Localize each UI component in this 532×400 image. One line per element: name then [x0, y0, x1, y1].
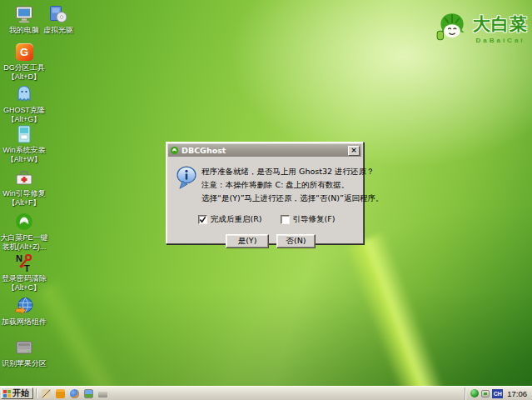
- dabaicai-logo: 大白菜 DaBaiCai: [435, 7, 528, 50]
- network-browser-icon[interactable]: [69, 388, 80, 399]
- cabbage-mascot-icon: [435, 11, 470, 46]
- dialog-titlebar[interactable]: DBCGhost ×: [168, 144, 361, 157]
- wallpaper-grass-streak: [343, 232, 460, 400]
- bootfix-checkbox-label: 引导修复(F): [293, 214, 336, 225]
- dabaicai-pe-icon: [14, 212, 34, 232]
- icon-label: 大白菜PE一键: [0, 233, 47, 242]
- dialog-app-icon: [170, 146, 179, 155]
- desktop: 大白菜 DaBaiCai 我的电脑 虚拟光驱 G DG分区工具 【Alt+D】 …: [0, 0, 532, 400]
- desktop-icon-ghost-clone[interactable]: GHOST克隆 【Alt+G】: [0, 84, 48, 124]
- yes-button[interactable]: 是(Y): [226, 234, 269, 248]
- icon-label: 识别苹果分区: [2, 359, 47, 368]
- desktop-icon-network-components[interactable]: 加载网络组件: [0, 296, 48, 327]
- check-icon: [199, 216, 206, 223]
- desktop-icon-virtual-cd[interactable]: 虚拟光驱: [37, 4, 80, 35]
- drive-tool-icon[interactable]: [97, 388, 108, 399]
- logo-subtitle: DaBaiCai: [473, 37, 528, 44]
- tray-status-icon[interactable]: [470, 389, 479, 398]
- icon-label: 我的电脑: [9, 26, 39, 34]
- icon-label: 虚拟光驱: [43, 26, 73, 34]
- icon-hotkey: 装机(Alt+Z)...: [2, 242, 47, 251]
- close-icon[interactable]: ×: [348, 146, 360, 156]
- quicklaunch-separator: [36, 388, 37, 398]
- network-globe-icon: [14, 296, 34, 316]
- ghost-clone-icon: [14, 84, 34, 104]
- icon-hotkey: 【Alt+F】: [7, 198, 40, 207]
- desktop-icon-apple-partition[interactable]: 识别苹果分区: [0, 338, 48, 368]
- virtual-cd-icon: [48, 4, 68, 24]
- svg-text:T: T: [24, 263, 30, 272]
- dialog-message-line: 程序准备就绪，是否马上用 Ghost32 进行还原？: [201, 165, 355, 178]
- icon-hotkey: 【Alt+G】: [7, 115, 42, 123]
- icon-label: 登录密码清除: [2, 274, 47, 282]
- icon-label: Win系统安装: [2, 146, 46, 154]
- my-computer-icon: [14, 4, 34, 24]
- start-button[interactable]: 开始: [1, 388, 33, 399]
- restart-checkbox-label: 完成后重启(R): [211, 214, 262, 225]
- dialog-title: DBCGhost: [181, 146, 348, 155]
- tray-clock: 17:06: [505, 389, 529, 398]
- info-icon: [176, 166, 197, 191]
- dbcghost-dialog: DBCGhost × 程序准备就绪，是否马上用 Ghost32 进行还原？ 注意…: [166, 142, 364, 244]
- desktop-icon-win-install[interactable]: Win系统安装 【Alt+W】: [0, 124, 48, 164]
- dg-partition-icon: G: [14, 42, 34, 62]
- icon-hotkey: 【Alt+C】: [7, 283, 41, 292]
- win-install-icon: [14, 124, 34, 144]
- desktop-icon-dg-partition[interactable]: G DG分区工具 【Alt+D】: [0, 42, 48, 82]
- system-tray: CH 17:06: [465, 388, 532, 400]
- start-logo-icon: [3, 390, 11, 398]
- desktop-icon-boot-repair[interactable]: Win引导修复 【Alt+F】: [0, 168, 48, 208]
- desktop-icon-password-clear[interactable]: NT 登录密码清除 【Alt+C】: [0, 252, 48, 292]
- image-viewer-icon[interactable]: [83, 388, 94, 399]
- desktop-icon-pe-installer[interactable]: 大白菜PE一键 装机(Alt+Z)...: [0, 212, 48, 252]
- icon-label: DG分区工具: [3, 63, 45, 72]
- taskbar: 开始 CH 17:06: [0, 386, 532, 400]
- logo-title: 大白菜: [473, 12, 528, 36]
- icon-label: 加载网络组件: [2, 318, 47, 326]
- language-indicator[interactable]: CH: [492, 389, 503, 398]
- icon-hotkey: 【Alt+W】: [7, 155, 42, 163]
- restart-checkbox[interactable]: [198, 215, 207, 224]
- boot-repair-icon: [14, 168, 34, 188]
- hard-drive-icon: [14, 338, 34, 358]
- file-manager-icon[interactable]: [55, 388, 66, 399]
- dialog-message-line: 注意：本操作将删除 C: 盘上的所有数据。: [201, 178, 355, 192]
- bootfix-checkbox[interactable]: [281, 215, 290, 224]
- show-desktop-icon[interactable]: [41, 388, 52, 399]
- dialog-body: 程序准备就绪，是否马上用 Ghost32 进行还原？ 注意：本操作将删除 C: …: [167, 158, 363, 205]
- safely-remove-icon[interactable]: [481, 390, 490, 398]
- nt-password-icon: NT: [14, 252, 34, 272]
- dialog-message-line: 选择“是(Y)”马上进行还原，选择“否(N)”返回程序。: [201, 192, 355, 205]
- wallpaper-grass-streak: [32, 279, 152, 400]
- icon-hotkey: 【Alt+D】: [7, 72, 41, 81]
- svg-text:N: N: [16, 253, 22, 263]
- start-label: 开始: [12, 388, 29, 399]
- icon-label: Win引导修复: [2, 189, 46, 198]
- icon-label: GHOST克隆: [3, 106, 45, 114]
- no-button[interactable]: 否(N): [276, 234, 316, 248]
